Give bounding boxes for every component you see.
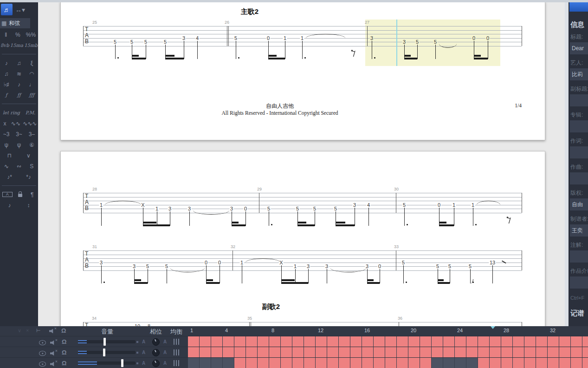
timeline-cell[interactable]: [246, 347, 258, 358]
timeline-cell[interactable]: [350, 336, 362, 347]
timeline-cell[interactable]: [223, 336, 234, 347]
timeline-cell[interactable]: [536, 358, 548, 368]
tab-note[interactable]: 3: [369, 35, 374, 41]
timeline-cell[interactable]: [350, 347, 362, 358]
timeline-cell[interactable]: [304, 347, 316, 358]
timeline-cell[interactable]: [582, 358, 588, 368]
timeline-cell[interactable]: [362, 347, 374, 358]
timeline-cell[interactable]: [548, 358, 559, 368]
tab-note[interactable]: 3: [306, 263, 310, 269]
timeline-cell[interactable]: [466, 358, 478, 368]
tab-note[interactable]: 1: [300, 35, 304, 41]
volume-slider-handle[interactable]: [121, 359, 123, 367]
track-mute-button[interactable]: [50, 349, 57, 358]
timeline-cell[interactable]: [292, 336, 304, 347]
score-viewport[interactable]: 主歌2自由人吉他All Rights Reserved - Internatio…: [38, 2, 565, 326]
mordent-icon[interactable]: ∾: [15, 164, 23, 169]
volume-auto-label[interactable]: A: [142, 339, 145, 344]
tab-note[interactable]: 0: [204, 260, 208, 265]
tab-note[interactable]: 3: [187, 206, 191, 211]
timeline-cell[interactable]: [443, 336, 455, 347]
fortissimo-icon[interactable]: ƒƒ: [15, 93, 23, 98]
timeline-cell[interactable]: [582, 347, 588, 358]
grace-slash-icon[interactable]: ♪: [15, 82, 23, 87]
tab-note[interactable]: 1: [471, 202, 475, 208]
track-timeline[interactable]: [188, 347, 588, 358]
timeline-cell[interactable]: [385, 358, 397, 368]
timeline-cell[interactable]: [339, 358, 350, 368]
timeline-cell[interactable]: [490, 347, 501, 358]
timeline-cell[interactable]: [374, 347, 385, 358]
timeline-cell[interactable]: [536, 336, 548, 347]
tab-note[interactable]: 4: [195, 35, 199, 41]
tab-note[interactable]: 5: [163, 39, 167, 45]
ornament-note-icon[interactable]: ♪*: [6, 174, 13, 180]
timeline-cell[interactable]: [513, 347, 524, 358]
timeline-cell[interactable]: [513, 358, 524, 368]
tab-note[interactable]: 3: [229, 206, 233, 211]
pan-knob[interactable]: [152, 349, 160, 356]
track-mute-button[interactable]: [50, 339, 57, 347]
tab-note[interactable]: 3: [132, 263, 136, 269]
field-input[interactable]: [570, 146, 588, 158]
timeline-cell[interactable]: [211, 358, 223, 368]
field-input[interactable]: [570, 250, 588, 263]
timeline-cell[interactable]: [246, 336, 258, 347]
tab-note[interactable]: 5: [312, 206, 317, 211]
tab-note[interactable]: 0: [217, 260, 221, 265]
downstroke-icon[interactable]: ⊓: [6, 153, 13, 158]
timeline-cell[interactable]: [281, 347, 292, 358]
track-solo-button[interactable]: Ω: [62, 339, 66, 345]
tab-note[interactable]: 5: [143, 39, 148, 45]
timeline-cell[interactable]: [281, 358, 292, 368]
tab-note[interactable]: 0: [243, 206, 247, 211]
timeline-cell[interactable]: [571, 336, 582, 347]
pan-auto-label[interactable]: A: [163, 361, 167, 366]
tab-note[interactable]: 5: [266, 206, 271, 211]
timeline-cell[interactable]: [316, 347, 327, 358]
field-input[interactable]: [570, 94, 588, 106]
eq-button[interactable]: [174, 339, 179, 345]
pan-auto-label[interactable]: A: [163, 339, 167, 344]
timeline-cell[interactable]: [188, 347, 200, 358]
timeline-cell[interactable]: [304, 336, 316, 347]
timeline-cell[interactable]: [362, 358, 374, 368]
field-input[interactable]: [570, 172, 588, 184]
upstroke-icon[interactable]: ∨: [25, 153, 32, 158]
fermata-icon[interactable]: ◠: [28, 71, 35, 77]
timeline-cell[interactable]: [443, 347, 455, 358]
volume-slider-handle[interactable]: [103, 348, 105, 356]
timeline-cell[interactable]: [455, 347, 466, 358]
simile-mark-icon[interactable]: %: [14, 32, 21, 38]
timeline-cell[interactable]: [559, 358, 571, 368]
eq-button[interactable]: [174, 360, 179, 366]
tab-note[interactable]: 5: [435, 263, 439, 269]
timeline-cell[interactable]: [316, 358, 327, 368]
pan-knob[interactable]: [152, 338, 160, 346]
double-simile-mark-icon[interactable]: %%: [26, 32, 36, 38]
tab-note[interactable]: 5: [433, 39, 437, 45]
trill-icon[interactable]: ∿: [3, 164, 10, 169]
timeline-cell[interactable]: [211, 347, 223, 358]
panel-header-button[interactable]: [569, 2, 588, 12]
turn-icon[interactable]: S: [28, 164, 35, 169]
field-input[interactable]: [570, 68, 588, 80]
timeline-cell[interactable]: [327, 336, 339, 347]
timeline-cell[interactable]: [478, 336, 490, 347]
headphones-icon[interactable]: Ω: [61, 328, 66, 334]
field-input[interactable]: [570, 198, 588, 210]
timeline-cell[interactable]: [327, 347, 339, 358]
tab-note[interactable]: 5: [415, 39, 419, 45]
timeline-cell[interactable]: [524, 347, 536, 358]
tab-note[interactable]: 5: [145, 263, 149, 269]
pan-auto-label[interactable]: A: [163, 350, 167, 355]
tab-note[interactable]: 5: [129, 39, 134, 45]
timeline-cell[interactable]: [524, 358, 536, 368]
timeline-cell[interactable]: [385, 336, 397, 347]
grace-note-pair-icon[interactable]: ♫: [15, 60, 23, 66]
timeline-cell[interactable]: [420, 358, 432, 368]
ornament-note-alt-icon[interactable]: *♪: [25, 174, 32, 180]
beam-arrows-icon[interactable]: ↕: [25, 203, 32, 208]
palm-mute-button[interactable]: P.M.: [26, 111, 35, 115]
ottava-bassa-icon[interactable]: 8vb: [0, 43, 9, 48]
